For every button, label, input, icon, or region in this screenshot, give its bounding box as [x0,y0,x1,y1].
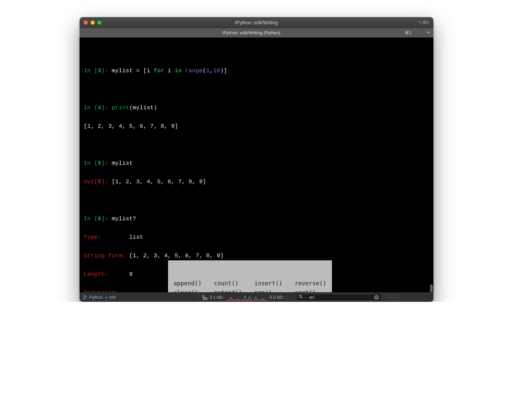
svg-point-2 [86,296,87,297]
window-title: IPython: erik/Writing [80,20,433,25]
autocomplete-item[interactable]: append() [171,279,204,288]
svg-rect-4 [203,298,205,300]
output-line: [1, 2, 3, 4, 5, 6, 7, 8, 9] [84,122,429,131]
nav-next-button[interactable]: > [393,294,399,300]
terminal-line: In [3]: mylist = [i for i in range(1,10)… [84,66,429,75]
info-line: Type: list [84,233,429,242]
autocomplete-item[interactable]: pop() [252,288,285,292]
autocomplete-item[interactable]: reverse() [293,279,329,288]
tab-shortcut: ⌘1 [405,30,411,35]
shell-name: zsh [109,295,116,300]
svg-rect-3 [202,295,204,297]
blank-line [84,140,429,149]
terminal-line: In [5]: mylist [84,159,429,168]
autocomplete-item[interactable]: clear() [171,288,204,292]
nav-arrows: < > [387,294,400,301]
traffic-lights [84,21,102,25]
tabbar: IPython: erik/Writing (Python) ⌘1 + [80,28,433,38]
search-box[interactable]: ⌄ ✕ [296,294,381,301]
search-input[interactable] [309,295,371,300]
svg-rect-5 [206,298,207,300]
net-down: 3.1 kB↓ [210,295,224,300]
minimize-button[interactable] [91,21,95,25]
clear-search-button[interactable]: ✕ [374,295,379,300]
network-status: 3.1 kB↓ 0.0 kB↑ [198,294,290,301]
triangle-icon: ◂ [105,295,107,299]
terminal-line: Out[5]: [1, 2, 3, 4, 5, 6, 7, 8, 9] [84,177,429,186]
tab-label: IPython: erik/Writing (Python) [223,30,281,35]
svg-point-0 [84,295,85,296]
nav-prev-button[interactable]: < [387,294,393,300]
svg-point-6 [299,295,302,298]
new-tab-button[interactable]: + [423,28,433,37]
window-shortcut: ⌥⌘2 [417,20,429,25]
terminal-line: In [6]: mylist? [84,214,429,223]
autocomplete-item[interactable]: count() [212,279,244,288]
sparkline [226,294,267,301]
network-icon [202,295,207,300]
autocomplete-item[interactable]: extend() [212,288,244,292]
autocomplete-item[interactable]: sort() [293,288,329,292]
status-process[interactable]: Python ◂ zsh [83,295,116,300]
search-icon [299,295,303,300]
chevron-down-icon[interactable]: ⌄ [305,295,307,299]
titlebar: IPython: erik/Writing ⌥⌘2 [80,17,433,28]
svg-point-1 [84,298,85,299]
terminal-line: In [4]: print(mylist) [84,103,429,112]
terminal-window: IPython: erik/Writing ⌥⌘2 IPython: erik/… [80,17,433,302]
blank-line [84,196,429,205]
tab-ipython[interactable]: IPython: erik/Writing (Python) ⌘1 [80,28,423,37]
info-line: String form: [1, 2, 3, 4, 5, 6, 7, 8, 9] [84,251,429,260]
blank-line [84,85,429,94]
autocomplete-popup: append() clear() copy() count() extend()… [168,260,332,292]
maximize-button[interactable] [97,21,102,25]
net-up: 0.0 kB↑ [270,295,284,300]
scrollbar-thumb[interactable] [430,284,433,292]
autocomplete-item[interactable]: insert() [252,279,285,288]
process-name: Python [89,295,103,300]
close-button[interactable] [84,21,88,25]
terminal-body[interactable]: In [3]: mylist = [i for i in range(1,10)… [80,38,433,292]
branch-icon [83,295,87,300]
statusbar: Python ◂ zsh 3.1 kB↓ 0.0 kB↑ ⌄ [80,292,433,302]
